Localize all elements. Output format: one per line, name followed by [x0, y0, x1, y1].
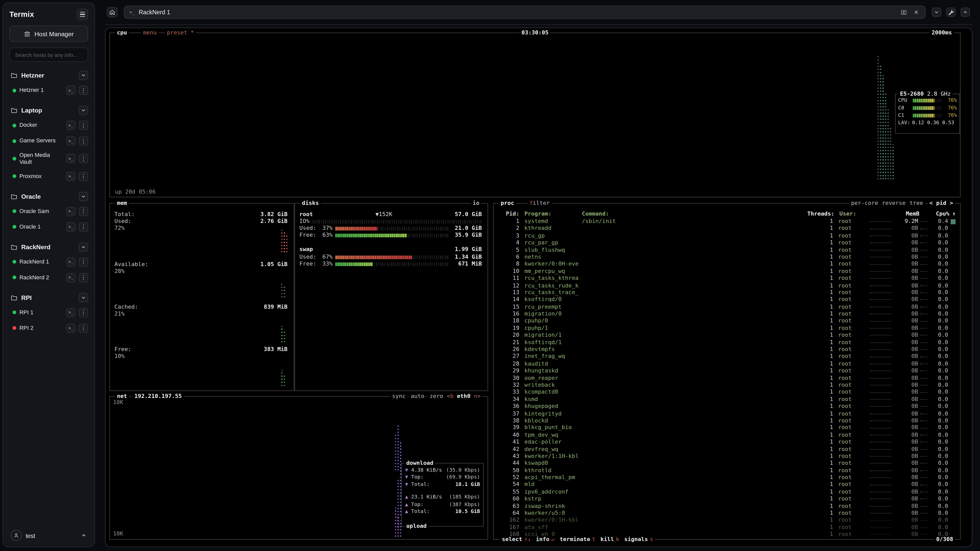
cpu-box-title[interactable]: cpu — [115, 29, 129, 37]
proc-row[interactable]: 1systemd/sbin/init1root9.2M0.4 — [498, 218, 956, 225]
group-header[interactable]: RPI — [8, 290, 89, 305]
proc-row[interactable]: 13rcu_tasks_trace_1root0B0.0 — [498, 289, 956, 297]
io-mode-toggle[interactable]: io — [471, 200, 481, 207]
host-menu-button[interactable]: ⋮ — [79, 324, 88, 333]
proc-footer-item[interactable]: terminatet — [560, 536, 595, 543]
terminal-panel[interactable]: cpu menu preset * 03:30:05 2000ms E5-268… — [105, 27, 972, 548]
host-item[interactable]: Open Media Vault>_⋮ — [8, 149, 89, 168]
host-menu-button[interactable]: ⋮ — [79, 308, 88, 317]
proc-reverse-toggle[interactable]: reverse — [880, 200, 907, 207]
update-interval[interactable]: 2000ms — [930, 29, 954, 37]
proc-box-title[interactable]: proc — [499, 200, 516, 207]
group-header[interactable]: Laptop — [8, 103, 89, 118]
host-menu-button[interactable]: ⋮ — [79, 171, 88, 181]
open-terminal-button[interactable]: >_ — [66, 206, 76, 216]
host-manager-button[interactable]: Host Manager — [10, 25, 88, 42]
proc-row[interactable]: 44kswapd01root0B0.0 — [498, 460, 956, 467]
proc-row[interactable]: 10mm_percpu_wq1root0B0.0 — [498, 268, 956, 275]
proc-footer-item[interactable]: killk — [600, 536, 619, 543]
host-item[interactable]: Docker>_⋮ — [8, 118, 89, 133]
host-item[interactable]: Hetzner 1>_⋮ — [8, 83, 89, 98]
proc-row[interactable]: 4rcu_par_gp1root0B0.0 — [498, 239, 956, 246]
group-header[interactable]: RackNerd — [8, 240, 89, 254]
group-collapse-button[interactable] — [79, 71, 88, 80]
net-interface-selector[interactable]: <b eth0 n> — [445, 393, 482, 400]
proc-row[interactable]: 32writeback1root0B0.0 — [498, 382, 956, 389]
proc-row[interactable]: 38kblockd1root0B0.0 — [498, 417, 956, 424]
open-terminal-button[interactable]: >_ — [66, 257, 76, 267]
sidebar-menu-button[interactable] — [77, 9, 88, 20]
panel-up-button[interactable] — [961, 7, 970, 17]
proc-row[interactable]: 20migration/11root0B0.0 — [498, 332, 956, 339]
proc-row[interactable]: 29khungtaskd1root0B0.0 — [498, 367, 956, 375]
open-terminal-button[interactable]: >_ — [66, 308, 76, 317]
net-sync-toggle[interactable]: sync — [390, 393, 407, 400]
col-cpu[interactable]: Cpu% — [931, 210, 950, 218]
proc-row[interactable]: 19cpuhp/11root0B0.0 — [498, 325, 956, 332]
proc-row[interactable]: 42devfreq_wq1root0B0.0 — [498, 446, 956, 453]
menu-button[interactable]: menu — [141, 29, 159, 37]
col-pid[interactable]: Pid: — [498, 210, 519, 218]
col-user[interactable]: User: — [839, 210, 870, 218]
group-collapse-button[interactable] — [79, 106, 88, 115]
proc-row[interactable]: 34ksmd1root0B0.0 — [498, 396, 956, 403]
group-collapse-button[interactable] — [79, 242, 88, 251]
proc-row[interactable]: 167ata_sff1root0B0.0 — [498, 524, 956, 531]
preset-button[interactable]: preset * — [165, 29, 196, 37]
net-zero-toggle[interactable]: zero — [428, 393, 445, 400]
disks-box-title[interactable]: disks — [300, 200, 321, 207]
host-menu-button[interactable]: ⋮ — [79, 121, 88, 130]
open-terminal-button[interactable]: >_ — [66, 171, 76, 181]
proc-row[interactable]: 26kdevtmpfs1root0B0.0 — [498, 346, 956, 353]
proc-row[interactable]: 39blkcg_punt_bio1root0B0.0 — [498, 424, 956, 432]
panel-down-button[interactable] — [932, 7, 941, 17]
proc-row[interactable]: 168scsi_eh_01root0B0.0 — [498, 531, 956, 536]
group-collapse-button[interactable] — [79, 192, 88, 201]
proc-row[interactable]: 52acpi_thermal_pm1root0B0.0 — [498, 474, 956, 481]
host-item[interactable]: RPI 2>_⋮ — [8, 320, 89, 336]
proc-row[interactable]: 3rcu_gp1root0B0.0 — [498, 232, 956, 239]
open-terminal-button[interactable]: >_ — [66, 324, 76, 333]
proc-row[interactable]: 54mld1root0B0.0 — [498, 481, 956, 489]
host-item[interactable]: Game Servers>_⋮ — [8, 133, 89, 149]
proc-row[interactable]: 16migration/01root0B0.0 — [498, 310, 956, 318]
proc-sort-selector[interactable]: < pid > — [928, 200, 955, 207]
group-collapse-button[interactable] — [79, 293, 88, 302]
proc-filter-button[interactable]: ffilterilter — [528, 200, 552, 207]
proc-row[interactable]: 11rcu_tasks_kthrea1root0B0.0 — [498, 275, 956, 282]
proc-row[interactable]: 5slub_flushwq1root0B0.0 — [498, 246, 956, 254]
proc-footer-item[interactable]: select↑↓ — [502, 536, 531, 543]
open-terminal-button[interactable]: >_ — [66, 136, 76, 146]
mem-box-title[interactable]: mem — [115, 200, 129, 207]
proc-row[interactable]: 60kstrp1root0B0.0 — [498, 495, 956, 503]
open-terminal-button[interactable]: >_ — [66, 86, 76, 95]
open-terminal-button[interactable]: >_ — [66, 121, 76, 130]
group-header[interactable]: Oracle — [8, 189, 89, 203]
host-menu-button[interactable]: ⋮ — [79, 206, 88, 216]
proc-row[interactable]: 14ksoftirqd/01root0B0.0 — [498, 297, 956, 303]
host-item[interactable]: Proxmox>_⋮ — [8, 168, 89, 184]
host-menu-button[interactable]: ⋮ — [79, 273, 88, 282]
proc-row[interactable]: 55ipv6_addrconf1root0B0.0 — [498, 489, 956, 495]
host-item[interactable]: RackNerd 2>_⋮ — [8, 270, 89, 285]
proc-row[interactable]: 64kworker/u5:01root0B0.0 — [498, 510, 956, 517]
sidebar-footer[interactable]: test — [3, 524, 94, 547]
proc-row[interactable]: 50kthrotld1root0B0.0 — [498, 467, 956, 474]
host-menu-button[interactable]: ⋮ — [79, 136, 88, 146]
proc-row[interactable]: 63zswap-shrink1root0B0.0 — [498, 503, 956, 510]
proc-row[interactable]: 37kintegrityd1root0B0.0 — [498, 410, 956, 417]
proc-row[interactable]: 43kworker/1:1H-kbl1root0B0.0 — [498, 453, 956, 460]
host-menu-button[interactable]: ⋮ — [79, 86, 88, 95]
proc-row[interactable]: 6netns1root0B0.0 — [498, 254, 956, 261]
proc-footer-item[interactable]: signalss — [624, 536, 653, 543]
host-item[interactable]: RPI 1>_⋮ — [8, 305, 89, 320]
proc-row[interactable]: 15rcu_preempt1root0B0.0 — [498, 303, 956, 310]
host-item[interactable]: Oracle Sam>_⋮ — [8, 203, 89, 219]
open-terminal-button[interactable]: >_ — [66, 154, 76, 163]
proc-tree-toggle[interactable]: tree — [908, 200, 925, 207]
split-view-button[interactable] — [900, 8, 907, 16]
proc-row[interactable]: 27inet_frag_wq1root0B0.0 — [498, 353, 956, 360]
proc-row[interactable]: 41edac-poller1root0B0.0 — [498, 438, 956, 446]
proc-footer-item[interactable]: info↵ — [536, 536, 555, 543]
proc-row[interactable]: 21ksoftirqd/11root0B0.0 — [498, 339, 956, 346]
